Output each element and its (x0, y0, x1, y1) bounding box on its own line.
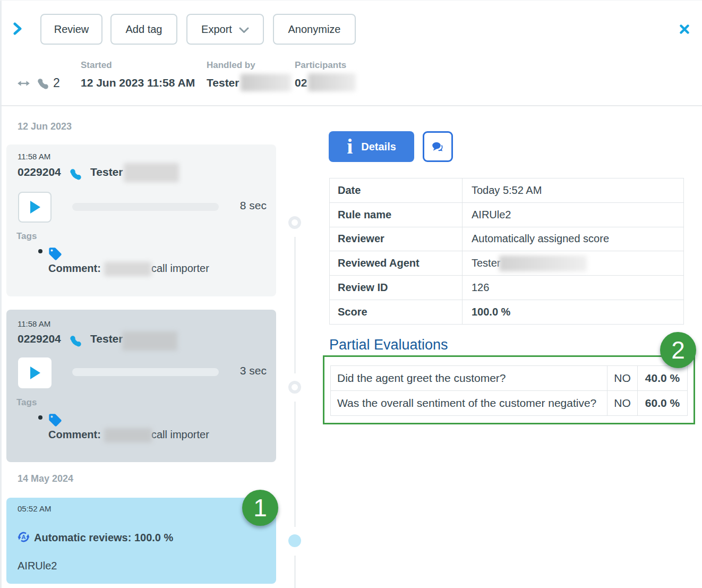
svg-text:A: A (22, 534, 26, 540)
